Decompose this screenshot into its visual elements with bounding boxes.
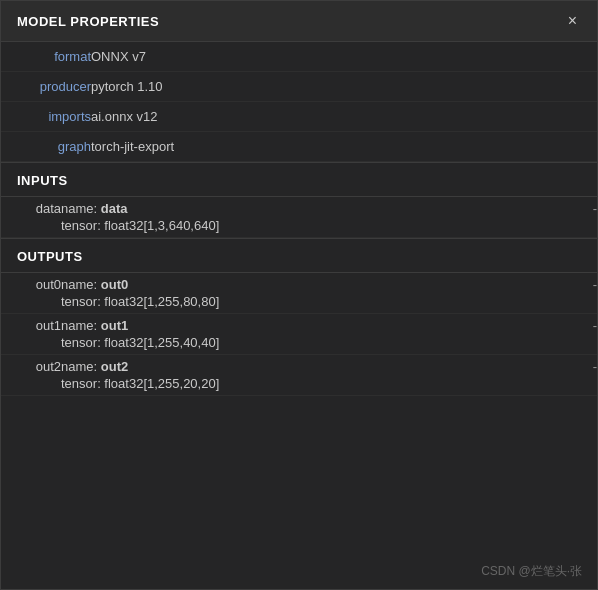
io-content: name: data tensor: float32[1,3,640,640] <box>61 197 577 238</box>
prop-value: torch-jit-export <box>91 132 597 162</box>
io-name: name: out1 <box>61 318 577 333</box>
property-row: imports ai.onnx v12 <box>1 102 597 132</box>
io-label: out0 <box>1 273 61 314</box>
output-row: out0 name: out0 tensor: float32[1,255,80… <box>1 273 597 314</box>
io-content: name: out1 tensor: float32[1,255,40,40] <box>61 314 577 355</box>
io-label: out1 <box>1 314 61 355</box>
prop-value: ONNX v7 <box>91 42 597 72</box>
prop-label: format <box>1 42 91 72</box>
io-tensor: tensor: float32[1,255,40,40] <box>61 335 577 350</box>
io-dash: - <box>577 197 597 238</box>
property-row: graph torch-jit-export <box>1 132 597 162</box>
prop-value: ai.onnx v12 <box>91 102 597 132</box>
property-row: format ONNX v7 <box>1 42 597 72</box>
io-label: data <box>1 197 61 238</box>
io-tensor: tensor: float32[1,3,640,640] <box>61 218 577 233</box>
io-label: out2 <box>1 355 61 396</box>
dialog-title: MODEL PROPERTIES <box>17 14 159 29</box>
prop-label: graph <box>1 132 91 162</box>
close-button[interactable]: × <box>564 11 581 31</box>
output-row: out1 name: out1 tensor: float32[1,255,40… <box>1 314 597 355</box>
property-row: producer pytorch 1.10 <box>1 72 597 102</box>
prop-label: producer <box>1 72 91 102</box>
watermark: CSDN @烂笔头·张 <box>481 563 582 580</box>
input-row: data name: data tensor: float32[1,3,640,… <box>1 197 597 238</box>
output-row: out2 name: out2 tensor: float32[1,255,20… <box>1 355 597 396</box>
io-name: name: out0 <box>61 277 577 292</box>
io-name: name: out2 <box>61 359 577 374</box>
prop-label: imports <box>1 102 91 132</box>
io-tensor: tensor: float32[1,255,80,80] <box>61 294 577 309</box>
io-content: name: out2 tensor: float32[1,255,20,20] <box>61 355 577 396</box>
io-dash: - <box>577 273 597 314</box>
io-tensor: tensor: float32[1,255,20,20] <box>61 376 577 391</box>
inputs-table: data name: data tensor: float32[1,3,640,… <box>1 197 597 238</box>
outputs-table: out0 name: out0 tensor: float32[1,255,80… <box>1 273 597 396</box>
io-content: name: out0 tensor: float32[1,255,80,80] <box>61 273 577 314</box>
dialog-header: MODEL PROPERTIES × <box>1 1 597 42</box>
inputs-section-header: INPUTS <box>1 162 597 197</box>
properties-table: format ONNX v7 producer pytorch 1.10 imp… <box>1 42 597 162</box>
model-properties-dialog: MODEL PROPERTIES × format ONNX v7 produc… <box>0 0 598 590</box>
outputs-section-header: OUTPUTS <box>1 238 597 273</box>
prop-value: pytorch 1.10 <box>91 72 597 102</box>
dialog-body: format ONNX v7 producer pytorch 1.10 imp… <box>1 42 597 589</box>
io-name: name: data <box>61 201 577 216</box>
io-dash: - <box>577 314 597 355</box>
io-dash: - <box>577 355 597 396</box>
